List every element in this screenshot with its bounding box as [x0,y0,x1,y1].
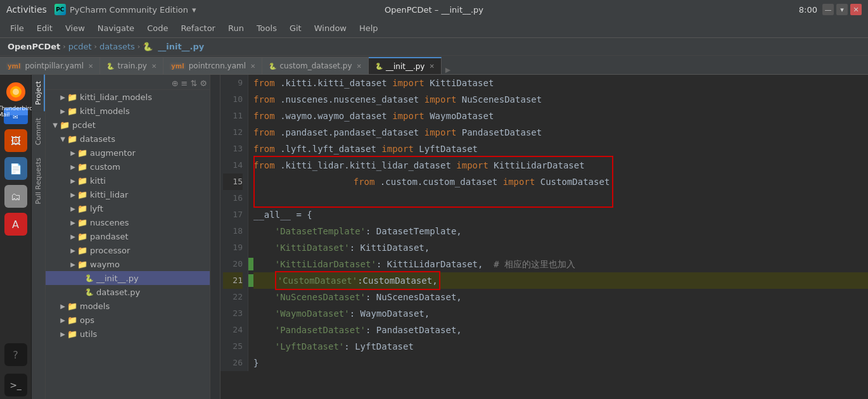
breadcrumb-file-icon: 🐍 [143,42,153,51]
tree-nuscenes[interactable]: ▶ 📁 nuscenes [46,215,210,229]
minimize-button[interactable]: — [822,4,834,15]
time-display: 8:00 [799,5,817,15]
code-line-17: __all__ = { [253,206,868,223]
menu-navigate[interactable]: Navigate [93,22,139,35]
thunderbird-btn[interactable]: ✉ Thunderbird Mail [4,109,28,124]
menu-view[interactable]: View [60,22,90,35]
breadcrumb-openpcdet[interactable]: OpenPCDet [8,42,60,51]
help-icon[interactable]: ? [4,343,27,366]
init-py-icon: 🐍 [85,274,94,282]
dataset-py-icon: 🐍 [85,288,94,296]
tree-datasets[interactable]: ▼ 📁 datasets [46,132,210,146]
sort-icon[interactable]: ⇅ [190,79,197,88]
code-line-26: } [253,355,868,371]
window-title: OpenPCDet – __init__.py [385,5,483,15]
breadcrumb-pcdet[interactable]: pcdet [68,42,92,51]
file-tree-toolbar: ⊕ ≡ ⇅ ⚙ [46,77,210,90]
tab-custom-dataset[interactable]: 🐍 custom_dataset.py ✕ [262,57,368,74]
code-line-15: from .custom.custom_dataset import Custo… [253,174,868,190]
pycharm-app-icon[interactable]: PC PyCharm Community Edition ▾ [54,4,196,15]
menu-window[interactable]: Window [309,22,352,35]
text-editor-icon[interactable]: A [4,213,27,236]
menu-bar: File Edit View Navigate Code Refactor Ru… [0,19,868,38]
collapse-icon[interactable]: ≡ [181,79,188,88]
locate-icon[interactable]: ⊕ [172,79,179,88]
firefox-icon[interactable] [4,80,28,104]
vertical-tab-strip: Project Commit Pull Requests [32,75,46,399]
files-icon[interactable]: 🗂 [4,185,27,208]
tree-pcdet[interactable]: ▼ 📁 pcdet [46,118,210,132]
tab-init-label: __init__.py [386,62,425,71]
breadcrumb-init-py[interactable]: __init__.py [158,42,204,51]
tree-custom[interactable]: ▶ 📁 custom [46,160,210,174]
code-line-11: from .waymo.waymo_dataset import WaymoDa… [253,108,868,124]
change-marker-20 [248,258,253,270]
pycharm-content: Project Commit Pull Requests ⊕ ≡ ⇅ ⚙ ▶ 📁… [32,75,868,399]
tab-custom-dataset-label: custom_dataset.py [279,61,352,70]
tab-pointpillar-label: pointpillar.yaml [25,61,84,70]
menu-tools[interactable]: Tools [252,22,282,35]
tab-pointpillar[interactable]: yml pointpillar.yaml ✕ [0,57,100,74]
tab-init[interactable]: 🐍 __init__.py ✕ [369,57,442,74]
menu-code[interactable]: Code [142,22,173,35]
tab-train[interactable]: 🐍 train.py ✕ [100,57,163,74]
breadcrumb: OpenPCDet › pcdet › datasets › 🐍 __init_… [0,38,868,56]
tab-pointrcnn-label: pointrcnn.yaml [189,61,246,70]
menu-run[interactable]: Run [223,22,249,35]
close-button[interactable]: ✕ [850,4,862,15]
code-line-20: 'KittiLidarDataset': KittiLidarDataset, … [253,256,868,272]
tree-waymo[interactable]: ▶ 📁 waymo [46,257,210,271]
menu-edit[interactable]: Edit [32,22,58,35]
sidebar-tab-pullrequests[interactable]: Pull Requests [32,151,45,210]
tab-pointpillar-close[interactable]: ✕ [88,63,93,70]
tree-dataset-py[interactable]: 🐍 dataset.py [46,285,210,299]
tree-ops[interactable]: ▶ 📁 ops [46,313,210,327]
tab-bar: yml pointpillar.yaml ✕ 🐍 train.py ✕ yml … [0,56,868,75]
settings-icon[interactable]: ⚙ [200,79,207,88]
tree-utils[interactable]: ▶ 📁 utils [46,327,210,341]
code-line-25: 'LyftDataset': LyftDataset [253,338,868,355]
image-viewer-icon[interactable]: 🖼 [4,129,27,152]
tree-kitti[interactable]: ▶ 📁 kitti [46,174,210,187]
tab-custom-close[interactable]: ✕ [357,63,362,70]
menu-git[interactable]: Git [284,22,307,35]
code-content: from .kitti.kitti_dataset import KittiDa… [248,75,868,371]
code-editor[interactable]: 9 10 11 12 13 14 15 16 17 18 19 20 [220,75,868,399]
line-numbers: 9 10 11 12 13 14 15 16 17 18 19 20 [220,75,248,371]
tab-init-close[interactable]: ✕ [429,63,434,70]
py-icon-init: 🐍 [375,63,383,70]
activities-label[interactable]: Activities [6,4,47,15]
menu-file[interactable]: File [5,22,29,35]
menu-help[interactable]: Help [354,22,383,35]
menu-refactor[interactable]: Refactor [176,22,220,35]
tree-kitti-models[interactable]: ▶ 📁 kitti_models [46,104,210,118]
tab-pointrcnn[interactable]: yml pointrcnn.yaml ✕ [163,57,262,74]
tree-lyft[interactable]: ▶ 📁 lyft [46,201,210,215]
tree-models[interactable]: ▶ 📁 models [46,299,210,313]
code-line-13: from .lyft.lyft_dataset import LyftDatas… [253,141,868,157]
sidebar-tab-project[interactable]: Project [32,75,45,111]
change-marker-21 [248,274,253,287]
tree-init-py[interactable]: 🐍 __init__.py [46,271,210,285]
sidebar-tab-commit[interactable]: Commit [32,111,45,151]
tab-train-close[interactable]: ✕ [151,63,156,70]
code-line-22: 'NuScenesDataset': NuScenesDataset, [253,289,868,305]
reader-icon[interactable]: 📄 [4,157,27,180]
terminal-icon[interactable]: >_ [4,374,27,396]
breadcrumb-datasets[interactable]: datasets [99,42,135,51]
red-box-line15: from .custom.custom_dataset import Custo… [253,156,613,208]
tree-augmentor[interactable]: ▶ 📁 augmentor [46,146,210,160]
code-line-18: 'DatasetTemplate': DatasetTemplate, [253,223,868,239]
tree-kitti-lidar-models[interactable]: ▶ 📁 kitti_lidar_models [46,90,210,104]
py-icon-custom: 🐍 [269,63,276,70]
code-line-21: 'CustomDataset':CustomDataset, [253,272,868,289]
tree-processor[interactable]: ▶ 📁 processor [46,243,210,257]
py-icon-train: 🐍 [106,63,114,70]
svg-point-2 [13,89,19,95]
maximize-button[interactable]: ▾ [836,4,848,15]
code-line-24: 'PandasetDataset': PandasetDataset, [253,322,868,338]
tree-kitti-lidar[interactable]: ▶ 📁 kitti_lidar [46,187,210,201]
tree-pandaset[interactable]: ▶ 📁 pandaset [46,229,210,243]
tab-pointrcnn-close[interactable]: ✕ [250,63,255,70]
main-container: ✉ Thunderbird Mail 🖼 📄 🗂 A ? >_ [0,75,868,399]
